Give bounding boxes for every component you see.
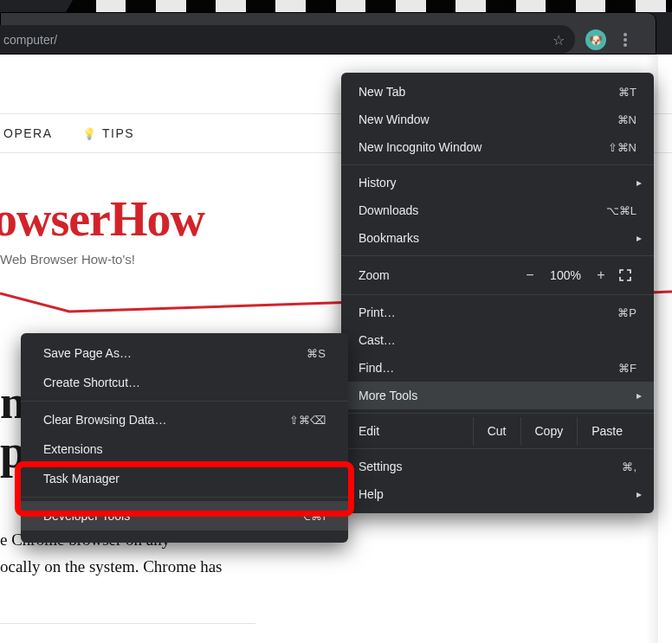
- menu-downloads[interactable]: Downloads⌥⌘L: [341, 196, 654, 224]
- menu-help[interactable]: Help▸: [341, 480, 654, 508]
- menu-print[interactable]: Print…⌘P: [341, 299, 654, 326]
- submenu-extensions[interactable]: Extensions: [21, 434, 348, 464]
- nav-item-tips[interactable]: 💡TIPS: [82, 126, 135, 140]
- more-tools-submenu: Save Page As…⌘S Create Shortcut… Clear B…: [21, 333, 348, 543]
- menu-zoom: Zoom − 100% +: [341, 260, 654, 291]
- submenu-clear-browsing-data[interactable]: Clear Browsing Data…⇧⌘⌫: [21, 405, 348, 434]
- menu-new-tab[interactable]: New Tab⌘T: [341, 78, 654, 106]
- omnibox[interactable]: computer/ ☆: [0, 25, 575, 54]
- menu-bookmarks[interactable]: Bookmarks▸: [341, 224, 654, 252]
- nav-item-opera[interactable]: OPERA: [3, 126, 53, 140]
- edit-copy[interactable]: Copy: [520, 417, 578, 445]
- chevron-right-icon: ▸: [636, 177, 642, 189]
- omnibox-text: computer/: [3, 33, 57, 47]
- menu-history[interactable]: History▸: [341, 169, 654, 196]
- chrome-menu-button[interactable]: [615, 29, 636, 50]
- chrome-main-menu: New Tab⌘T New Window⌘N New Incognito Win…: [341, 73, 654, 513]
- site-logo-text: owserHow: [0, 191, 204, 247]
- zoom-in-button[interactable]: +: [588, 267, 614, 283]
- svg-point-0: [624, 33, 627, 36]
- profile-avatar[interactable]: [585, 29, 606, 50]
- zoom-out-button[interactable]: −: [517, 267, 543, 283]
- fullscreen-icon[interactable]: [614, 268, 636, 282]
- svg-point-2: [624, 43, 627, 47]
- submenu-save-page-as[interactable]: Save Page As…⌘S: [21, 338, 348, 368]
- site-tagline: Web Browser How-to's!: [0, 252, 135, 267]
- svg-point-1: [624, 38, 627, 42]
- menu-new-window[interactable]: New Window⌘N: [341, 106, 654, 133]
- submenu-create-shortcut[interactable]: Create Shortcut…: [21, 368, 348, 397]
- chevron-right-icon: ▸: [636, 232, 642, 244]
- tab-strip-decor: [66, 0, 672, 12]
- menu-incognito[interactable]: New Incognito Window⇧⌘N: [341, 133, 654, 161]
- bookmark-star-icon[interactable]: ☆: [552, 31, 565, 48]
- zoom-value: 100%: [543, 268, 588, 282]
- article-divider: [0, 623, 255, 624]
- edit-cut[interactable]: Cut: [473, 417, 520, 445]
- chevron-right-icon: ▸: [636, 389, 642, 402]
- edit-paste[interactable]: Paste: [577, 417, 636, 445]
- menu-more-tools[interactable]: More Tools▸: [341, 382, 654, 409]
- submenu-task-manager[interactable]: Task Manager: [21, 464, 348, 493]
- menu-settings[interactable]: Settings⌘,: [341, 453, 654, 480]
- chevron-right-icon: ▸: [636, 488, 642, 500]
- submenu-developer-tools[interactable]: Developer Tools⌥⌘I: [21, 501, 348, 530]
- lightbulb-icon: 💡: [82, 127, 98, 140]
- menu-find[interactable]: Find…⌘F: [341, 354, 654, 382]
- menu-edit-row: Edit Cut Copy Paste: [341, 417, 654, 445]
- menu-cast[interactable]: Cast…: [341, 326, 654, 354]
